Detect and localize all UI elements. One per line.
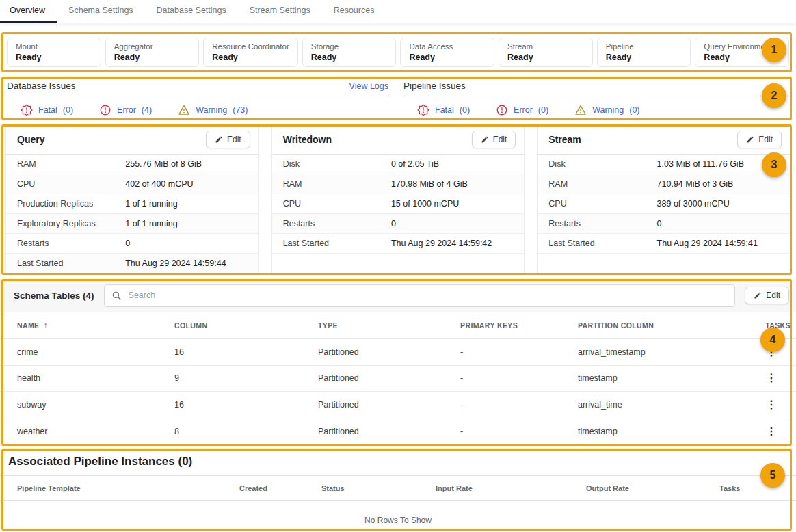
schema-table-header: NAME↑ COLUMN TYPE PRIMARY KEYS PARTITION…: [0, 312, 796, 339]
stat-label: Restarts: [283, 219, 391, 228]
status-tile-label: Data Access: [409, 42, 486, 51]
stat-value: 0 of 2.05 TiB: [391, 159, 439, 169]
search-input[interactable]: [127, 290, 728, 301]
error-count: (4): [142, 105, 152, 115]
pipeline-fatal-item[interactable]: Fatal (0): [417, 104, 470, 116]
database-warning-item[interactable]: Warning (73): [178, 104, 248, 116]
stat-row: Last StartedThu Aug 29 2024 14:59:42: [272, 234, 525, 254]
kebab-menu-icon[interactable]: ⋮: [763, 426, 780, 437]
database-error-item[interactable]: Error (4): [99, 104, 152, 116]
cell-name: health: [17, 373, 174, 383]
stat-value: 0: [125, 239, 130, 248]
table-row-health[interactable]: health 9 Partitioned - timestamp ⋮: [0, 366, 796, 393]
schema-search-box[interactable]: [104, 284, 736, 307]
stat-label: RAM: [17, 159, 125, 169]
tab-schema-settings-label: Schema Settings: [68, 5, 133, 15]
table-row-subway[interactable]: subway 16 Partitioned - arrival_time ⋮: [0, 392, 796, 418]
column-header-status[interactable]: Status: [321, 484, 436, 492]
tab-database-settings[interactable]: Database Settings: [145, 0, 238, 23]
stat-value: 389 of 3000 mCPU: [657, 199, 730, 209]
stat-value: 0: [391, 219, 396, 228]
schema-tables-section: Schema Tables (4) Edit NAME↑ COLUMN TYPE…: [0, 279, 796, 446]
status-tile-pipeline: Pipeline Ready: [597, 38, 691, 67]
cell-type: Partitioned: [318, 347, 460, 357]
stat-row: Restarts0: [272, 214, 525, 234]
tab-resources[interactable]: Resources: [322, 0, 386, 23]
column-header-tasks[interactable]: TASKS: [739, 321, 796, 330]
cell-type: Partitioned: [318, 427, 460, 436]
kebab-menu-icon[interactable]: ⋮: [763, 399, 780, 410]
column-header-input-rate[interactable]: Input Rate: [436, 484, 586, 492]
pipeline-instances-section: Associated Pipeline Instances (0) Pipeli…: [0, 449, 796, 531]
stat-value: 1.03 MiB of 111.76 GiB: [657, 159, 744, 169]
database-fatal-item[interactable]: Fatal (0): [21, 104, 73, 116]
tab-stream-settings[interactable]: Stream Settings: [238, 0, 322, 23]
column-header-name[interactable]: NAME↑: [17, 321, 174, 330]
table-row-crime[interactable]: crime 16 Partitioned - arrival_timestamp…: [0, 339, 796, 366]
tab-resources-label: Resources: [334, 5, 375, 15]
cell-primary-keys: -: [460, 373, 578, 383]
cell-partition-column: arrival_time: [578, 400, 739, 410]
column-header-partition-column[interactable]: PARTITION COLUMN: [578, 321, 739, 330]
pipeline-instances-title: Associated Pipeline Instances (0): [0, 449, 796, 475]
stat-label: CPU: [548, 199, 656, 209]
status-tile-value: Ready: [409, 53, 486, 62]
query-card: Query Edit RAM255.76 MiB of 8 GiB CPU402…: [5, 124, 259, 275]
pipeline-issues-title-row: Pipeline Issues: [403, 77, 789, 96]
status-tile-value: Ready: [212, 53, 289, 62]
status-tile-value: Ready: [114, 53, 191, 62]
cell-column: 16: [174, 400, 318, 410]
schema-tables-title: Schema Tables (4): [14, 291, 94, 301]
stat-value: 0: [657, 219, 662, 228]
pipeline-error-item[interactable]: Error (0): [496, 104, 548, 116]
tab-schema-settings[interactable]: Schema Settings: [57, 0, 145, 23]
status-tile-query-environment: Query Environment Ready: [695, 38, 789, 67]
stream-card: Stream Edit Disk1.03 MiB of 111.76 GiB R…: [537, 124, 791, 275]
stat-value: 15 of 1000 mCPU: [391, 199, 459, 209]
stat-value: Thu Aug 29 2024 14:59:42: [391, 239, 492, 248]
kebab-menu-icon[interactable]: ⋮: [763, 347, 780, 358]
cell-primary-keys: -: [460, 400, 578, 410]
status-tile-stream: Stream Ready: [499, 38, 593, 67]
warning-count: (0): [629, 105, 639, 115]
stat-value: Thu Aug 29 2024 14:59:44: [125, 258, 226, 268]
schema-edit-button[interactable]: Edit: [745, 287, 789, 304]
query-edit-button[interactable]: Edit: [206, 131, 250, 148]
column-header-column[interactable]: COLUMN: [174, 321, 318, 330]
pipeline-warning-item[interactable]: Warning (0): [574, 104, 639, 116]
stat-label: Last Started: [548, 239, 656, 248]
edit-button-label: Edit: [758, 135, 773, 144]
database-issues-panel: Database Issues View Logs Fatal (0) Erro…: [0, 77, 390, 120]
stat-label: Restarts: [17, 239, 125, 248]
stat-value: 170.98 MiB of 4 GiB: [391, 179, 468, 189]
stat-label: Disk: [283, 159, 391, 169]
column-header-type[interactable]: TYPE: [318, 321, 460, 330]
warning-count: (73): [233, 105, 248, 115]
column-header-primary-keys[interactable]: PRIMARY KEYS: [460, 321, 578, 330]
writedown-edit-button[interactable]: Edit: [472, 131, 516, 148]
column-header-created[interactable]: Created: [239, 484, 321, 492]
stream-edit-button[interactable]: Edit: [737, 131, 782, 148]
column-header-output-rate[interactable]: Output Rate: [586, 484, 719, 492]
status-tile-label: Resource Coordinator: [212, 42, 289, 51]
stat-row: CPU389 of 3000 mCPU: [538, 194, 790, 214]
table-row-weather[interactable]: weather 8 Partitioned - timestamp ⋮: [0, 418, 796, 445]
fatal-count: (0): [63, 105, 73, 115]
tab-overview[interactable]: Overview: [0, 0, 57, 23]
stat-value: 255.76 MiB of 8 GiB: [125, 159, 202, 169]
warning-icon: [574, 104, 587, 116]
resource-cards: Query Edit RAM255.76 MiB of 8 GiB CPU402…: [0, 124, 796, 275]
stat-label: Production Replicas: [17, 199, 125, 209]
stat-label: Disk: [548, 159, 656, 169]
column-header-pipeline-template[interactable]: Pipeline Template: [17, 484, 239, 492]
view-logs-link[interactable]: View Logs: [349, 81, 388, 91]
stat-row: Restarts0: [6, 234, 258, 254]
edit-button-label: Edit: [766, 291, 780, 300]
fatal-icon: [417, 104, 429, 116]
status-tile-label: Query Environment: [704, 42, 780, 51]
column-header-tasks[interactable]: Tasks: [719, 484, 796, 492]
cell-name: weather: [17, 427, 174, 436]
kebab-menu-icon[interactable]: ⋮: [763, 373, 780, 384]
stat-label: Last Started: [283, 239, 391, 248]
schema-tables-toolbar: Schema Tables (4) Edit: [0, 279, 796, 312]
